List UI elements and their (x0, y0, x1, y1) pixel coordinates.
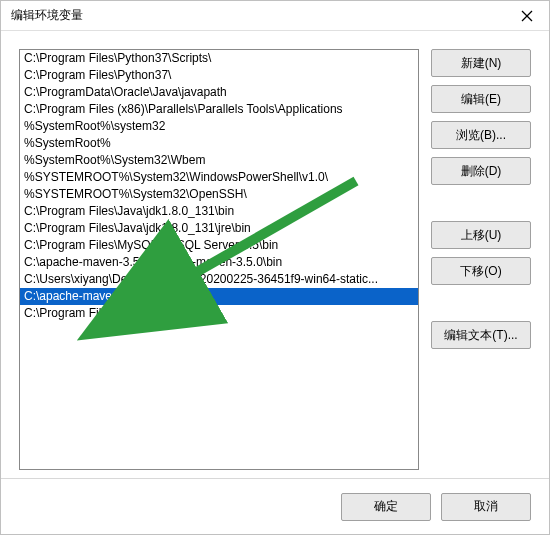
path-list-item[interactable]: C:\Program Files\Java\jdk1.8.0_131\bin (20, 203, 418, 220)
window-title: 编辑环境变量 (11, 7, 504, 24)
delete-button[interactable]: 删除(D) (431, 157, 531, 185)
cancel-button[interactable]: 取消 (441, 493, 531, 521)
spacer (431, 293, 531, 313)
close-icon (521, 10, 533, 22)
edit-text-button[interactable]: 编辑文本(T)... (431, 321, 531, 349)
close-button[interactable] (504, 1, 549, 31)
path-list-item[interactable]: %SYSTEMROOT%\System32\OpenSSH\ (20, 186, 418, 203)
path-list-item[interactable]: C:\Program Files\MySQL\MySQL Server 5.5\… (20, 237, 418, 254)
move-down-button[interactable]: 下移(O) (431, 257, 531, 285)
path-list-item[interactable]: C:\ProgramData\Oracle\Java\javapath (20, 84, 418, 101)
footer: 确定 取消 (1, 478, 549, 534)
client-area: C:\Program Files\Python37\Scripts\C:\Pro… (1, 31, 549, 478)
path-list-item[interactable]: %SystemRoot% (20, 135, 418, 152)
titlebar: 编辑环境变量 (1, 1, 549, 31)
move-up-button[interactable]: 上移(U) (431, 221, 531, 249)
path-list-item[interactable]: C:\Program Files\Java\jdk1.8.0_131\jre\b… (20, 220, 418, 237)
path-list-item[interactable]: %SystemRoot%\system32 (20, 118, 418, 135)
edit-button[interactable]: 编辑(E) (431, 85, 531, 113)
path-list-item[interactable]: %SYSTEMROOT%\System32\WindowsPowerShell\… (20, 169, 418, 186)
path-list-item[interactable]: C:\apache-maven-3.5.0\apache-maven-3.5.0… (20, 254, 418, 271)
path-list-item[interactable]: C:\Program Files (x86)\Git\cmd (20, 305, 418, 322)
ok-button[interactable]: 确定 (341, 493, 431, 521)
side-buttons: 新建(N) 编辑(E) 浏览(B)... 删除(D) 上移(U) 下移(O) 编… (431, 49, 531, 470)
path-list-item[interactable]: C:\Program Files\Python37\Scripts\ (20, 50, 418, 67)
dialog-window: 编辑环境变量 C:\Program Files\Python37\Scripts… (0, 0, 550, 535)
path-list-item[interactable]: C:\Users\xiyang\Desktop\ffmpeg-20200225-… (20, 271, 418, 288)
browse-button[interactable]: 浏览(B)... (431, 121, 531, 149)
path-list-item[interactable]: %SystemRoot%\System32\Wbem (20, 152, 418, 169)
path-list-item[interactable]: C:\Program Files\Python37\ (20, 67, 418, 84)
path-list-item[interactable]: C:\apache-maven-3.5.0\bin (20, 288, 418, 305)
path-list-item[interactable]: C:\Program Files (x86)\Parallels\Paralle… (20, 101, 418, 118)
spacer (431, 193, 531, 213)
path-list[interactable]: C:\Program Files\Python37\Scripts\C:\Pro… (19, 49, 419, 470)
new-button[interactable]: 新建(N) (431, 49, 531, 77)
